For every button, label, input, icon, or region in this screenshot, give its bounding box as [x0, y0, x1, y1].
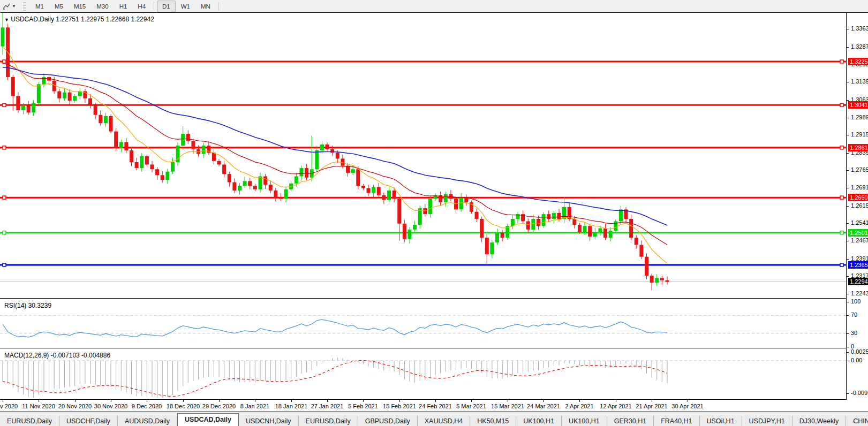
candle-body: [248, 181, 252, 186]
chart-tab-usdcnh[interactable]: USDCNH,Daily: [239, 416, 299, 426]
date-label: 11 Nov 2020: [22, 403, 55, 409]
chart-tab-dj30[interactable]: DJ30,Weekly: [792, 416, 846, 426]
candle-body: [21, 105, 25, 110]
candle-body: [299, 168, 303, 176]
chart-tab-audusd[interactable]: AUDUSD,Daily: [118, 416, 177, 426]
candle-body: [485, 238, 489, 254]
date-tick: [327, 400, 328, 402]
chart-tab-usdchf[interactable]: USDCHF,Daily: [59, 416, 118, 426]
chart-tab-usdcad-active[interactable]: USDCAD,Daily: [177, 413, 239, 426]
hline-handle[interactable]: [3, 103, 6, 107]
macd-axis-tick: [847, 352, 849, 353]
timeframe-button-m1[interactable]: M1: [30, 1, 49, 12]
chart-tab-eurusd[interactable]: EURUSD,Daily: [299, 416, 358, 426]
candle-body: [428, 199, 432, 214]
date-label: 8 Jan 2021: [240, 403, 269, 409]
candle-body: [619, 209, 623, 221]
chart-cursor-icon[interactable]: [1, 2, 12, 11]
main-price-chart[interactable]: [0, 13, 846, 298]
hline-handle[interactable]: [840, 60, 843, 63]
chart-tab-gbpusd[interactable]: GBPUSD,Daily: [358, 416, 418, 426]
chart-tab-xauusd[interactable]: XAUUSD,H4: [418, 416, 471, 426]
price-badge-1.30415[interactable]: 1.30415: [848, 101, 868, 109]
hline-handle[interactable]: [3, 196, 6, 199]
chart-symbol-line[interactable]: ▼ USDCAD,Daily 1.22751 1.22975 1.22668 1…: [4, 16, 154, 23]
candle-body: [315, 150, 319, 169]
date-tick: [544, 400, 544, 402]
candle-body: [542, 214, 546, 226]
price-badge-1.32258[interactable]: 1.32258: [848, 58, 868, 65]
candle-body: [629, 219, 633, 238]
date-label: 24 Feb 2021: [419, 403, 452, 409]
candle-body: [171, 162, 175, 172]
date-label: 21 Apr 2021: [636, 403, 667, 409]
toolbar-grip[interactable]: [22, 2, 26, 11]
date-tick: [39, 400, 39, 402]
candle-body: [407, 230, 411, 239]
timeframe-button-d1[interactable]: D1: [157, 1, 176, 12]
candle-body: [259, 177, 262, 189]
timeframe-button-w1[interactable]: W1: [176, 1, 195, 12]
price-axis-tick: [847, 259, 849, 260]
chart-tab-fra40[interactable]: FRA40,H1: [654, 416, 699, 426]
price-axis[interactable]: 1.336301.328701.321301.313901.306301.298…: [846, 13, 868, 400]
hline-handle[interactable]: [3, 263, 6, 267]
price-axis-label: 1.26910: [851, 184, 868, 191]
rsi-indicator-panel[interactable]: [0, 300, 846, 348]
toolbar-separator: [154, 1, 154, 9]
candle-body: [295, 177, 298, 184]
timeframe-button-mn[interactable]: MN: [195, 1, 216, 12]
price-axis-label: 1.22430: [851, 290, 868, 296]
chart-tab-eurusd[interactable]: EURUSD,Daily: [0, 416, 59, 426]
candle-body: [547, 214, 550, 219]
candle-body: [73, 96, 77, 101]
hline-handle[interactable]: [3, 231, 6, 234]
price-badge-1.26503[interactable]: 1.26503: [848, 194, 868, 201]
candle-body: [253, 186, 257, 189]
timeframe-button-h1[interactable]: H1: [114, 1, 133, 12]
chart-tab-uk100[interactable]: UK100,H1: [562, 416, 607, 426]
chart-tool-dropdown-icon[interactable]: ▼: [12, 4, 16, 9]
candle-body: [660, 278, 664, 280]
rsi-axis-label: 100: [851, 298, 861, 305]
candle-body: [217, 161, 221, 165]
chart-tab-usdjpy[interactable]: USDJPY,H1: [742, 416, 792, 426]
hline-handle[interactable]: [840, 103, 843, 107]
hline-handle[interactable]: [3, 146, 6, 149]
hline-handle[interactable]: [840, 263, 843, 267]
timeframe-button-m5[interactable]: M5: [49, 1, 69, 12]
candle-body: [650, 276, 654, 283]
candle-body: [583, 226, 587, 232]
candle-body: [655, 278, 659, 283]
candle-body: [501, 233, 504, 238]
hline-handle[interactable]: [840, 196, 843, 199]
price-axis-label: 1.32870: [851, 43, 868, 50]
hline-handle[interactable]: [3, 60, 6, 63]
timeframe-button-m15[interactable]: M15: [69, 1, 91, 12]
candle-body: [526, 221, 530, 229]
symbol-dropdown-icon[interactable]: ▼: [4, 17, 9, 22]
date-axis[interactable]: 2 Nov 202011 Nov 202020 Nov 202030 Nov 2…: [0, 400, 868, 412]
candle-body: [32, 103, 35, 113]
date-tick: [616, 400, 616, 402]
chart-tab-usoil[interactable]: USOil,H1: [700, 416, 742, 426]
price-axis-tick: [847, 82, 849, 82]
chart-tab-ger30[interactable]: GER30,H1: [607, 416, 654, 426]
candle-body: [557, 213, 561, 219]
price-badge-1.23653[interactable]: 1.23653: [848, 261, 868, 269]
candle-body: [130, 150, 133, 162]
hline-handle[interactable]: [840, 146, 843, 149]
price-badge-1.28616[interactable]: 1.28616: [848, 144, 868, 151]
macd-indicator-panel[interactable]: [0, 350, 846, 399]
chart-tab-hk50[interactable]: HK50,M15: [470, 416, 516, 426]
chart-tab-china300[interactable]: CHINA300,H1: [846, 416, 868, 426]
chart-tab-uk100[interactable]: UK100,H1: [516, 416, 562, 426]
timeframe-button-h4[interactable]: H4: [132, 1, 151, 12]
hline-handle[interactable]: [840, 231, 843, 234]
timeframe-button-m30[interactable]: M30: [91, 1, 114, 12]
candle-body: [639, 245, 643, 257]
candle-body: [186, 134, 190, 141]
rsi-axis-tick: [847, 315, 849, 316]
price-badge-1.25019[interactable]: 1.25019: [848, 229, 868, 237]
candle-body: [263, 177, 267, 185]
